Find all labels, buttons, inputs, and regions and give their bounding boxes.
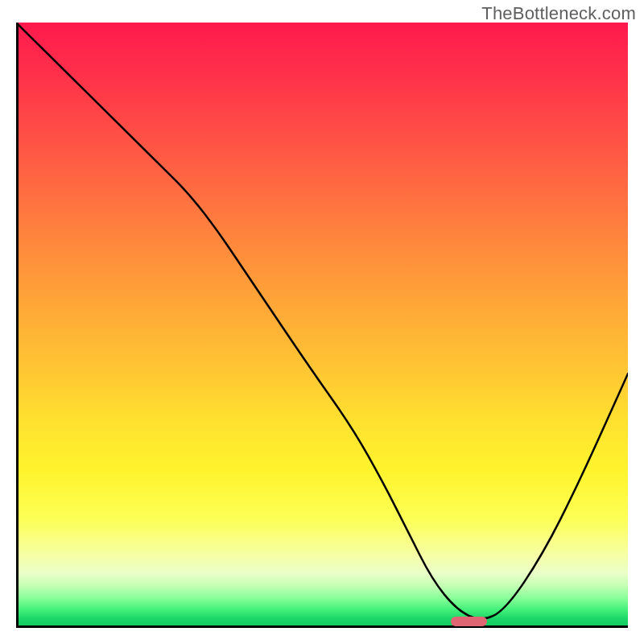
chart-container: TheBottleneck.com bbox=[0, 0, 644, 644]
plot-area bbox=[16, 23, 628, 628]
optimum-marker bbox=[451, 617, 488, 626]
watermark-text: TheBottleneck.com bbox=[481, 3, 636, 24]
bottleneck-curve bbox=[16, 23, 628, 628]
